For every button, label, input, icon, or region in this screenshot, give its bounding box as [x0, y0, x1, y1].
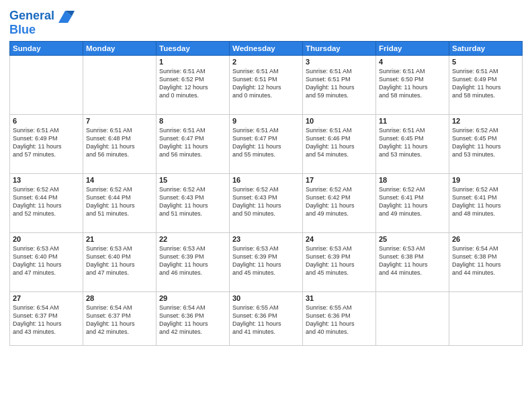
calendar-cell: 31Sunrise: 6:55 AM Sunset: 6:36 PM Dayli… [303, 292, 376, 346]
day-number: 23 [232, 235, 300, 243]
day-number: 8 [159, 117, 226, 125]
calendar-cell: 17Sunrise: 6:52 AM Sunset: 6:42 PM Dayli… [303, 174, 376, 233]
cell-info: Sunrise: 6:51 AM Sunset: 6:49 PM Dayligh… [13, 126, 80, 159]
cell-info: Sunrise: 6:52 AM Sunset: 6:42 PM Dayligh… [306, 185, 373, 218]
cell-info: Sunrise: 6:51 AM Sunset: 6:50 PM Dayligh… [379, 67, 446, 100]
calendar-cell: 5Sunrise: 6:51 AM Sunset: 6:49 PM Daylig… [449, 56, 523, 115]
cell-info: Sunrise: 6:51 AM Sunset: 6:52 PM Dayligh… [159, 67, 226, 100]
calendar-table: SundayMondayTuesdayWednesdayThursdayFrid… [9, 41, 523, 346]
cell-info: Sunrise: 6:55 AM Sunset: 6:36 PM Dayligh… [232, 304, 300, 336]
cell-info: Sunrise: 6:51 AM Sunset: 6:47 PM Dayligh… [159, 126, 226, 159]
day-number: 6 [13, 117, 80, 125]
cell-info: Sunrise: 6:53 AM Sunset: 6:38 PM Dayligh… [379, 244, 446, 277]
calendar-cell [83, 56, 157, 115]
logo-icon [56, 7, 75, 26]
day-number: 31 [306, 294, 373, 302]
cell-info: Sunrise: 6:53 AM Sunset: 6:39 PM Dayligh… [306, 244, 373, 277]
cell-info: Sunrise: 6:52 AM Sunset: 6:44 PM Dayligh… [86, 185, 153, 218]
day-number: 26 [452, 235, 519, 243]
cell-info: Sunrise: 6:52 AM Sunset: 6:41 PM Dayligh… [379, 185, 446, 218]
calendar-cell: 28Sunrise: 6:54 AM Sunset: 6:37 PM Dayli… [83, 292, 157, 346]
logo-text: General [9, 9, 54, 23]
cell-info: Sunrise: 6:51 AM Sunset: 6:46 PM Dayligh… [306, 126, 373, 159]
calendar-cell: 16Sunrise: 6:52 AM Sunset: 6:43 PM Dayli… [230, 174, 303, 233]
calendar-cell: 30Sunrise: 6:55 AM Sunset: 6:36 PM Dayli… [230, 292, 303, 346]
cell-info: Sunrise: 6:51 AM Sunset: 6:49 PM Dayligh… [452, 67, 519, 100]
cell-info: Sunrise: 6:54 AM Sunset: 6:38 PM Dayligh… [452, 244, 519, 277]
calendar-cell: 15Sunrise: 6:52 AM Sunset: 6:43 PM Dayli… [157, 174, 230, 233]
week-row-3: 13Sunrise: 6:52 AM Sunset: 6:44 PM Dayli… [10, 174, 523, 233]
calendar-cell: 3Sunrise: 6:51 AM Sunset: 6:51 PM Daylig… [303, 56, 376, 115]
day-number: 17 [306, 176, 373, 184]
cell-info: Sunrise: 6:54 AM Sunset: 6:37 PM Dayligh… [13, 304, 80, 336]
cell-info: Sunrise: 6:52 AM Sunset: 6:43 PM Dayligh… [232, 185, 300, 218]
day-number: 12 [452, 117, 519, 125]
cell-info: Sunrise: 6:52 AM Sunset: 6:43 PM Dayligh… [159, 185, 226, 218]
weekday-saturday: Saturday [449, 42, 523, 56]
calendar-cell: 1Sunrise: 6:51 AM Sunset: 6:52 PM Daylig… [157, 56, 230, 115]
calendar-cell [10, 56, 83, 115]
day-number: 5 [452, 58, 519, 66]
calendar-cell: 21Sunrise: 6:53 AM Sunset: 6:40 PM Dayli… [83, 233, 157, 292]
calendar-cell: 26Sunrise: 6:54 AM Sunset: 6:38 PM Dayli… [449, 233, 523, 292]
day-number: 30 [232, 294, 300, 302]
cell-info: Sunrise: 6:54 AM Sunset: 6:36 PM Dayligh… [159, 304, 226, 336]
calendar-cell: 2Sunrise: 6:51 AM Sunset: 6:51 PM Daylig… [230, 56, 303, 115]
calendar-cell: 12Sunrise: 6:52 AM Sunset: 6:45 PM Dayli… [449, 115, 523, 174]
day-number: 2 [232, 58, 300, 66]
week-row-5: 27Sunrise: 6:54 AM Sunset: 6:37 PM Dayli… [10, 292, 523, 346]
calendar-cell: 18Sunrise: 6:52 AM Sunset: 6:41 PM Dayli… [376, 174, 449, 233]
week-row-2: 6Sunrise: 6:51 AM Sunset: 6:49 PM Daylig… [10, 115, 523, 174]
cell-info: Sunrise: 6:52 AM Sunset: 6:41 PM Dayligh… [452, 185, 519, 218]
calendar-cell: 14Sunrise: 6:52 AM Sunset: 6:44 PM Dayli… [83, 174, 157, 233]
calendar-cell: 22Sunrise: 6:53 AM Sunset: 6:39 PM Dayli… [157, 233, 230, 292]
day-number: 24 [306, 235, 373, 243]
day-number: 9 [232, 117, 300, 125]
weekday-monday: Monday [83, 42, 157, 56]
calendar-cell: 10Sunrise: 6:51 AM Sunset: 6:46 PM Dayli… [303, 115, 376, 174]
day-number: 10 [306, 117, 373, 125]
calendar-cell: 13Sunrise: 6:52 AM Sunset: 6:44 PM Dayli… [10, 174, 83, 233]
day-number: 20 [13, 235, 80, 243]
logo: General Blue [9, 7, 75, 37]
calendar-cell: 29Sunrise: 6:54 AM Sunset: 6:36 PM Dayli… [157, 292, 230, 346]
calendar-cell: 11Sunrise: 6:51 AM Sunset: 6:45 PM Dayli… [376, 115, 449, 174]
cell-info: Sunrise: 6:51 AM Sunset: 6:51 PM Dayligh… [306, 67, 373, 100]
day-number: 4 [379, 58, 446, 66]
weekday-wednesday: Wednesday [230, 42, 303, 56]
calendar-cell [449, 292, 523, 346]
cell-info: Sunrise: 6:51 AM Sunset: 6:45 PM Dayligh… [379, 126, 446, 159]
day-number: 13 [13, 176, 80, 184]
calendar-cell: 8Sunrise: 6:51 AM Sunset: 6:47 PM Daylig… [157, 115, 230, 174]
cell-info: Sunrise: 6:52 AM Sunset: 6:44 PM Dayligh… [13, 185, 80, 218]
calendar-cell: 19Sunrise: 6:52 AM Sunset: 6:41 PM Dayli… [449, 174, 523, 233]
calendar-cell: 25Sunrise: 6:53 AM Sunset: 6:38 PM Dayli… [376, 233, 449, 292]
cell-info: Sunrise: 6:51 AM Sunset: 6:47 PM Dayligh… [232, 126, 300, 159]
day-number: 7 [86, 117, 153, 125]
day-number: 3 [306, 58, 373, 66]
cell-info: Sunrise: 6:51 AM Sunset: 6:51 PM Dayligh… [232, 67, 300, 100]
cell-info: Sunrise: 6:54 AM Sunset: 6:37 PM Dayligh… [86, 304, 153, 336]
day-number: 21 [86, 235, 153, 243]
cell-info: Sunrise: 6:55 AM Sunset: 6:36 PM Dayligh… [306, 304, 373, 336]
calendar-cell: 24Sunrise: 6:53 AM Sunset: 6:39 PM Dayli… [303, 233, 376, 292]
calendar-cell: 23Sunrise: 6:53 AM Sunset: 6:39 PM Dayli… [230, 233, 303, 292]
weekday-tuesday: Tuesday [157, 42, 230, 56]
calendar-cell: 7Sunrise: 6:51 AM Sunset: 6:48 PM Daylig… [83, 115, 157, 174]
page-header: General Blue [9, 7, 523, 37]
day-number: 18 [379, 176, 446, 184]
weekday-thursday: Thursday [303, 42, 376, 56]
day-number: 22 [159, 235, 226, 243]
cell-info: Sunrise: 6:51 AM Sunset: 6:48 PM Dayligh… [86, 126, 153, 159]
cell-info: Sunrise: 6:53 AM Sunset: 6:39 PM Dayligh… [159, 244, 226, 277]
calendar-cell: 27Sunrise: 6:54 AM Sunset: 6:37 PM Dayli… [10, 292, 83, 346]
calendar-cell: 4Sunrise: 6:51 AM Sunset: 6:50 PM Daylig… [376, 56, 449, 115]
weekday-header-row: SundayMondayTuesdayWednesdayThursdayFrid… [10, 42, 523, 56]
day-number: 15 [159, 176, 226, 184]
day-number: 19 [452, 176, 519, 184]
day-number: 1 [159, 58, 226, 66]
calendar-cell: 6Sunrise: 6:51 AM Sunset: 6:49 PM Daylig… [10, 115, 83, 174]
weekday-sunday: Sunday [10, 42, 83, 56]
day-number: 16 [232, 176, 300, 184]
week-row-4: 20Sunrise: 6:53 AM Sunset: 6:40 PM Dayli… [10, 233, 523, 292]
